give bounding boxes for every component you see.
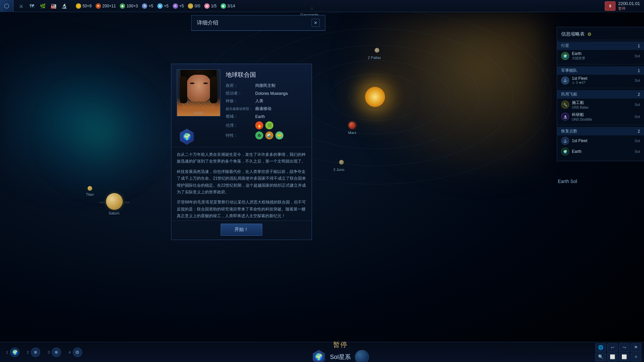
tab-2-num: 2 [27, 350, 29, 354]
unity-value: 0/0 [195, 4, 200, 8]
fleet-location: Sol [635, 78, 640, 82]
planet-titan[interactable] [88, 186, 92, 191]
earth-location: Sol [635, 54, 640, 58]
military-count: 1 [638, 68, 640, 73]
globe-btn[interactable]: 🌐 [595, 343, 606, 352]
energy-icon: ⚡ [76, 3, 81, 9]
ethics-icon-egal: 🌿 [265, 121, 273, 129]
first-fleet-item[interactable]: ⚓ 1st Fleet ⚔ 3 ★67 Sol [557, 75, 644, 86]
science-info: 科研船 UNS Doolittle [572, 112, 632, 121]
ethics-icons: 🔥 🌿 [255, 121, 273, 129]
stat-species-label: 种族： [226, 98, 253, 104]
faction-lore: 自从二十万年前人类在非洲诞生至今，发生了许许多多的事情，我们的种族迅速的扩张到了… [171, 147, 312, 221]
portrait-necklace [182, 101, 215, 109]
view-btn-2[interactable]: ⬜ [619, 353, 630, 361]
emblem-hexagon: 🌍 [179, 129, 195, 145]
game-logo[interactable]: ⬡ [0, 0, 13, 12]
tab-1-num: 1 [6, 350, 8, 354]
view-btn-1[interactable]: ⬜ [607, 353, 618, 361]
recovery-fleet-item[interactable]: ⚓ 1st Fleet Sol [557, 135, 644, 146]
pause-button[interactable]: ⏸ [605, 1, 615, 11]
recovery-earth-icon: 🌍 [561, 147, 569, 156]
topbar: ⬡ ⚔ 🗺 🌿 🏭 🔬 ⚡ 50+9 ♥ 200+11 ◆ 100+3 ⚙ +5… [0, 0, 644, 12]
tab-1[interactable]: 1 🌍 [3, 346, 23, 359]
tab-2[interactable]: 2 ❄ [23, 346, 44, 359]
recovery-fleet-loc: Sol [635, 139, 640, 143]
start-game-button[interactable]: 开始！ [221, 224, 262, 236]
research-resource: ⚙ +5 [173, 3, 184, 9]
ethics-icon-fanatic: 🔥 [255, 121, 263, 129]
science-icon: 🔬 [561, 113, 569, 121]
faction-emblem: 🌍 [179, 129, 195, 145]
research-icon[interactable]: 🔬 [59, 1, 69, 11]
research-icon-res: ⚙ [173, 3, 178, 9]
faction-info: 地球联合国 政府： 间接民主制 统治者： Dolores Muwanga 种族：… [226, 69, 306, 141]
trait-nomadic-icon: 🌊 [265, 131, 273, 139]
planet-juno-label: 3 Juno [333, 168, 344, 172]
military-header: 军事舰队 1 [557, 66, 644, 75]
stat-capital-label: 都城： [226, 114, 253, 119]
diplomacy-icon[interactable]: 🌿 [38, 1, 48, 11]
tab-2-icon: ❄ [31, 348, 40, 357]
planet-pallas[interactable] [375, 48, 379, 53]
earth-planet-item[interactable]: 🌍 Earth 大陆世界 Sol [557, 50, 644, 62]
energy-resource: ⚡ 50+9 [76, 3, 92, 9]
recovery-section: 恢复点数 2 ⚓ 1st Fleet Sol 🌍 Earth Sol [557, 126, 644, 158]
redo-btn[interactable]: ↪ [619, 343, 630, 352]
tab-3[interactable]: 3 ❄ [44, 346, 64, 359]
menu-btn[interactable]: ≡ [631, 353, 641, 361]
faction-panel: 肖名称 🌍 地球联合国 政府： 间接民主制 统治者： Dolores Muwan… [171, 64, 312, 240]
production-icon[interactable]: 🏭 [48, 1, 58, 11]
science-sub: UNS Doolittle [572, 118, 632, 121]
stat-ftl-value: 曲速移动 [255, 106, 271, 112]
topbar-icon-group: ⚔ 🗺 🌿 🏭 🔬 [13, 1, 72, 11]
construction-ship-item[interactable]: 🔧 施工船 UNS Balao Sol [557, 99, 644, 111]
faction-portrait: 肖名称 [177, 69, 220, 116]
zoom-btn[interactable]: 🔍 [595, 353, 606, 361]
emblem-icon: 🌍 [183, 133, 191, 141]
bottom-pause-text: 暂停 [333, 340, 348, 349]
construction-info: 施工船 UNS Balao [572, 100, 632, 109]
planet-titan-label: Titan [86, 192, 94, 196]
tab-1-icon: 🌍 [10, 348, 19, 357]
stat-ruler-label: 统治者： [226, 90, 253, 96]
divider-3 [557, 125, 644, 125]
planet-juno[interactable] [339, 160, 344, 165]
tab-3-icon: ❄ [52, 348, 61, 357]
food-icon: ◆ [120, 3, 125, 9]
recovery-fleet-info: 1st Fleet [572, 138, 632, 143]
info-panel-title: 信息缩略表 ⚙ [557, 30, 644, 40]
tab-4[interactable]: 4 ⚙ [65, 346, 85, 359]
planets-count: 1 [638, 44, 640, 48]
map-icon[interactable]: 🗺 [27, 1, 37, 11]
stat-ethics-label: 伦理： [226, 123, 253, 128]
earth-planet-icon: 🌍 [561, 52, 569, 60]
military-section: 军事舰队 1 ⚓ 1st Fleet ⚔ 3 ★67 Sol [557, 65, 644, 87]
flag-btn[interactable]: ⚑ [631, 343, 641, 352]
recovery-earth-item[interactable]: 🌍 Earth Sol [557, 146, 644, 157]
resource-bar: ⚡ 50+9 ♥ 200+11 ◆ 100+3 ⚙ +5 ● +5 ⚙ +5 ◇… [72, 3, 601, 9]
portrait-name-label: 肖名称 [177, 111, 220, 115]
civil-ships-header: 民用飞船 2 [557, 90, 644, 99]
energy-value: 50+9 [83, 4, 92, 8]
undo-btn[interactable]: ↩ [607, 343, 618, 352]
planets-section: 行星 1 🌍 Earth 大陆世界 Sol [557, 40, 644, 63]
info-settings-icon[interactable]: ⚙ [587, 32, 592, 37]
detail-dialog-title: 详细介绍 [197, 19, 218, 26]
influence-icon: ◈ [204, 3, 210, 9]
military-icon[interactable]: ⚔ [16, 1, 26, 11]
topbar-right: ⏸ 2200.01.01 暂停 [601, 1, 644, 11]
science-ship-item[interactable]: 🔬 科研船 UNS Doolittle Sol [557, 111, 644, 123]
civil-ships-label: 民用飞船 [561, 92, 577, 97]
mineral-value: 200+11 [102, 4, 116, 8]
divider-2 [557, 88, 644, 88]
detail-dialog-close[interactable]: ✕ [312, 19, 320, 27]
recovery-fleet-icon: ⚓ [561, 137, 569, 145]
stat-govt-label: 政府： [226, 83, 253, 88]
alloy-resource: ⚙ +5 [142, 3, 153, 9]
stat-species-value: 人类 [255, 98, 263, 104]
planet-mars[interactable] [348, 122, 356, 129]
stat-ftl: 超光速驱动类型： 曲速移动 [226, 106, 306, 112]
pause-label: 暂停 [618, 6, 640, 11]
saturn-body[interactable] [106, 193, 123, 210]
